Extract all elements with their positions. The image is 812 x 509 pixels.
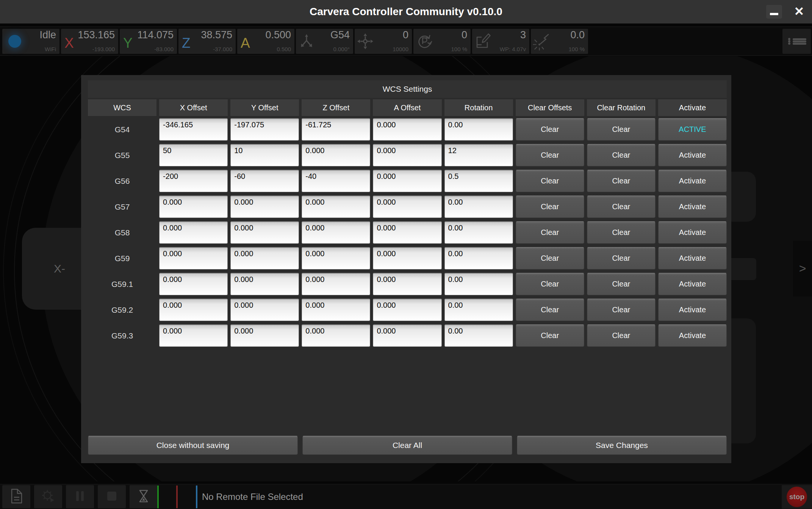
a-offset-input[interactable] bbox=[373, 324, 441, 347]
status-cell-spindle[interactable]: 0100 % bbox=[413, 29, 471, 54]
status-cell-value: 38.575 bbox=[201, 29, 232, 41]
run-button[interactable] bbox=[34, 485, 62, 508]
status-cell-axis-z[interactable]: Z38.575-37.000 bbox=[178, 29, 236, 54]
stop-square-icon bbox=[103, 487, 121, 507]
activate-button[interactable]: Activate bbox=[658, 299, 727, 321]
clear-rotation-button[interactable]: Clear bbox=[587, 299, 656, 321]
a-offset-input[interactable] bbox=[373, 273, 441, 295]
expand-panel-button[interactable]: > bbox=[793, 241, 812, 296]
rotation-input[interactable] bbox=[444, 221, 513, 244]
y-offset-input[interactable] bbox=[230, 118, 299, 141]
x-offset-input[interactable] bbox=[159, 170, 228, 192]
clear-offsets-button[interactable]: Clear bbox=[516, 118, 584, 141]
a-offset-input[interactable] bbox=[373, 299, 441, 321]
x-offset-input[interactable] bbox=[159, 221, 228, 244]
x-offset-input[interactable] bbox=[159, 247, 228, 269]
rotation-input[interactable] bbox=[444, 324, 513, 347]
activate-button[interactable]: Activate bbox=[658, 324, 727, 347]
clear-rotation-button[interactable]: Clear bbox=[587, 118, 656, 141]
status-cell-laser[interactable]: 0.0100 % bbox=[531, 29, 588, 54]
activate-button[interactable]: Activate bbox=[658, 273, 727, 295]
emergency-stop-button[interactable]: stop bbox=[782, 485, 812, 509]
z-offset-input[interactable] bbox=[302, 118, 370, 141]
activate-button[interactable]: Activate bbox=[658, 247, 727, 269]
clear-offsets-button[interactable]: Clear bbox=[516, 273, 584, 295]
y-offset-input[interactable] bbox=[230, 221, 299, 244]
z-offset-input[interactable] bbox=[302, 273, 370, 295]
activate-button[interactable]: Activate bbox=[658, 196, 727, 218]
rotation-input[interactable] bbox=[444, 196, 513, 218]
a-offset-input[interactable] bbox=[373, 196, 441, 218]
pause-button[interactable] bbox=[66, 485, 94, 508]
status-cell-axis-a[interactable]: A0.5000.500 bbox=[237, 29, 294, 54]
a-offset-input[interactable] bbox=[373, 118, 441, 141]
status-cell-wcs[interactable]: G540.000° bbox=[296, 29, 353, 54]
clear-all-button[interactable]: Clear All bbox=[302, 436, 512, 455]
rotation-input[interactable] bbox=[444, 170, 513, 192]
a-offset-input[interactable] bbox=[373, 221, 441, 244]
clear-offsets-button[interactable]: Clear bbox=[516, 247, 584, 269]
z-offset-input[interactable] bbox=[302, 196, 370, 218]
status-cell-sublabel: 10000 bbox=[393, 46, 408, 52]
status-cell-connection[interactable]: IdleWiFi bbox=[2, 29, 59, 54]
open-file-button[interactable] bbox=[2, 485, 30, 508]
z-offset-input[interactable] bbox=[302, 247, 370, 269]
minimize-button[interactable] bbox=[766, 5, 782, 19]
z-offset-input[interactable] bbox=[302, 221, 370, 244]
wcs-settings-dialog: WCS Settings WCSX OffsetY OffsetZ Offset… bbox=[81, 75, 731, 463]
rotation-input[interactable] bbox=[444, 247, 513, 269]
menu-button[interactable] bbox=[782, 29, 811, 54]
close-button[interactable]: ✕ bbox=[789, 0, 809, 23]
rotation-input[interactable] bbox=[444, 273, 513, 295]
y-offset-input[interactable] bbox=[230, 299, 299, 321]
clear-rotation-button[interactable]: Clear bbox=[587, 144, 656, 166]
x-offset-input[interactable] bbox=[159, 299, 228, 321]
clear-offsets-button[interactable]: Clear bbox=[516, 324, 584, 347]
status-cell-value: Idle bbox=[39, 29, 56, 41]
elapsed-time-button[interactable] bbox=[130, 485, 158, 508]
save-changes-button[interactable]: Save Changes bbox=[517, 436, 727, 455]
clear-offsets-button[interactable]: Clear bbox=[516, 170, 584, 192]
clear-offsets-button[interactable]: Clear bbox=[516, 299, 584, 321]
clear-offsets-button[interactable]: Clear bbox=[516, 196, 584, 218]
clear-offsets-button[interactable]: Clear bbox=[516, 221, 584, 244]
a-offset-input[interactable] bbox=[373, 144, 441, 166]
x-offset-input[interactable] bbox=[159, 144, 228, 166]
z-offset-input[interactable] bbox=[302, 299, 370, 321]
rotation-input[interactable] bbox=[444, 144, 513, 166]
y-offset-input[interactable] bbox=[230, 144, 299, 166]
x-offset-input[interactable] bbox=[159, 324, 228, 347]
y-offset-input[interactable] bbox=[230, 196, 299, 218]
y-offset-input[interactable] bbox=[230, 324, 299, 347]
status-cell-axis-x[interactable]: X153.165-193.000 bbox=[61, 29, 118, 54]
clear-rotation-button[interactable]: Clear bbox=[587, 247, 656, 269]
a-offset-input[interactable] bbox=[373, 247, 441, 269]
clear-rotation-button[interactable]: Clear bbox=[587, 196, 656, 218]
rotation-input[interactable] bbox=[444, 299, 513, 321]
x-offset-input[interactable] bbox=[159, 273, 228, 295]
status-cell-feedrate[interactable]: 010000 bbox=[355, 29, 412, 54]
clear-rotation-button[interactable]: Clear bbox=[587, 273, 656, 295]
y-offset-input[interactable] bbox=[230, 170, 299, 192]
y-offset-input[interactable] bbox=[230, 247, 299, 269]
activate-button[interactable]: Activate bbox=[658, 221, 727, 244]
activate-button[interactable]: ACTIVE bbox=[658, 118, 727, 141]
activate-button[interactable]: Activate bbox=[658, 170, 727, 192]
x-offset-input[interactable] bbox=[159, 118, 228, 141]
close-without-saving-button[interactable]: Close without saving bbox=[88, 436, 298, 455]
rotation-input[interactable] bbox=[444, 118, 513, 141]
x-offset-input[interactable] bbox=[159, 196, 228, 218]
status-cell-axis-y[interactable]: Y114.075-83.000 bbox=[120, 29, 177, 54]
y-offset-input[interactable] bbox=[230, 273, 299, 295]
clear-rotation-button[interactable]: Clear bbox=[587, 170, 656, 192]
z-offset-input[interactable] bbox=[302, 170, 370, 192]
status-cell-tool[interactable]: 3WP: 4.07v bbox=[472, 29, 529, 54]
clear-rotation-button[interactable]: Clear bbox=[587, 324, 656, 347]
clear-offsets-button[interactable]: Clear bbox=[516, 144, 584, 166]
activate-button[interactable]: Activate bbox=[658, 144, 727, 166]
stop-job-button[interactable] bbox=[98, 485, 126, 508]
z-offset-input[interactable] bbox=[302, 144, 370, 166]
z-offset-input[interactable] bbox=[302, 324, 370, 347]
a-offset-input[interactable] bbox=[373, 170, 441, 192]
clear-rotation-button[interactable]: Clear bbox=[587, 221, 656, 244]
